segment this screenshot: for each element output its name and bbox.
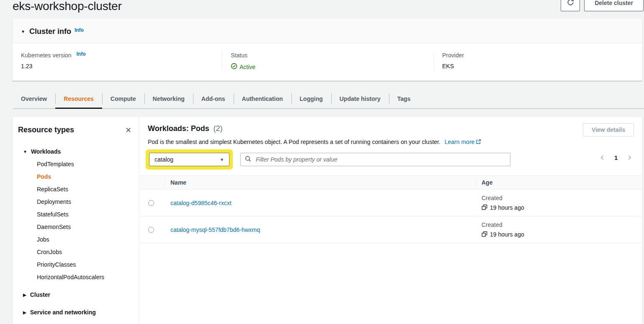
- row-radio-button[interactable]: [148, 227, 154, 233]
- pods-panel: Workloads: Pods (2) View details Pod is …: [139, 117, 642, 324]
- sidebar-title: Resource types: [18, 126, 74, 134]
- page-header: eks-workshop-cluster Delete cluster: [13, 0, 644, 13]
- external-link-icon: [476, 139, 481, 146]
- provider-field: Provider EKS: [433, 52, 642, 71]
- caret-right-icon: ▶: [23, 310, 26, 315]
- sidebar-item-horizontalpodautoscalers[interactable]: HorizontalPodAutoscalers: [37, 271, 134, 283]
- resource-types-sidebar: Resource types ✕ ▼ Workloads PodTemplate…: [13, 117, 139, 324]
- pods-table: Name Age catalog-d5985c46-rxcxt Created …: [139, 175, 642, 243]
- caret-right-icon: ▶: [23, 293, 26, 297]
- refresh-icon: [567, 0, 574, 8]
- status-value: Active: [231, 63, 425, 71]
- tab-authentication[interactable]: Authentication: [234, 89, 291, 108]
- cluster-tabs: Overview Resources Compute Networking Ad…: [13, 89, 644, 109]
- tree-section-cluster[interactable]: ▶ Cluster: [23, 288, 134, 301]
- namespace-filter-dropdown[interactable]: catalog ▼: [149, 153, 229, 166]
- table-row: catalog-d5985c46-rxcxt Created 19 hours …: [139, 190, 642, 216]
- kubernetes-version-value: 1.23: [21, 63, 214, 69]
- age-cell: Created 19 hours ago: [482, 195, 642, 211]
- tab-compute[interactable]: Compute: [102, 89, 144, 108]
- pods-search: [240, 153, 510, 166]
- workloads-items: PodTemplates Pods ReplicaSets Deployment…: [37, 158, 134, 283]
- pods-count: (2): [214, 124, 223, 133]
- chevron-down-icon: ▼: [220, 157, 224, 162]
- pods-description: Pod is the smallest and simplest Kuberne…: [148, 139, 634, 145]
- filter-controls: catalog ▼ 1: [148, 151, 634, 168]
- sidebar-item-pods[interactable]: Pods: [37, 170, 134, 183]
- delete-cluster-button[interactable]: Delete cluster: [584, 0, 644, 11]
- name-column-header: Name: [170, 179, 482, 186]
- pods-title: Workloads: Pods: [148, 124, 209, 133]
- dropdown-value: catalog: [155, 156, 173, 163]
- annotation-highlight: catalog ▼: [149, 153, 229, 166]
- kubernetes-version-field: Kubernetes version Info 1.23: [13, 52, 222, 71]
- tree-section-workloads[interactable]: ▼ Workloads: [23, 145, 134, 158]
- cluster-info-panel: ▼ Cluster info Info Kubernetes version I…: [13, 19, 642, 81]
- copy-icon[interactable]: [482, 231, 487, 238]
- copy-icon[interactable]: [482, 204, 487, 211]
- tab-tags[interactable]: Tags: [389, 89, 419, 108]
- status-text: Active: [240, 64, 255, 70]
- sidebar-item-daemonsets[interactable]: DaemonSets: [37, 221, 134, 233]
- sidebar-item-deployments[interactable]: Deployments: [37, 195, 134, 208]
- sidebar-header: Resource types ✕: [18, 126, 134, 134]
- status-field: Status Active: [222, 52, 433, 71]
- close-icon[interactable]: ✕: [123, 126, 134, 134]
- cluster-info-header[interactable]: ▼ Cluster info Info: [13, 19, 642, 44]
- sidebar-item-replicasets[interactable]: ReplicaSets: [37, 183, 134, 195]
- cluster-info-body: Kubernetes version Info 1.23 Status Acti…: [13, 44, 642, 81]
- pagination: 1: [598, 153, 634, 162]
- pod-name-link[interactable]: catalog-d5985c46-rxcxt: [170, 200, 232, 206]
- sidebar-item-jobs[interactable]: Jobs: [37, 233, 134, 246]
- resource-tree: ▼ Workloads PodTemplates Pods ReplicaSet…: [18, 145, 134, 319]
- tab-update-history[interactable]: Update history: [331, 89, 389, 108]
- pod-name-link[interactable]: catalog-mysql-557fdb7bd6-hwxmq: [170, 226, 260, 233]
- pods-panel-header: Workloads: Pods (2) View details Pod is …: [139, 117, 642, 168]
- resources-content: Resource types ✕ ▼ Workloads PodTemplate…: [13, 117, 642, 324]
- row-radio-button[interactable]: [148, 200, 154, 206]
- age-column-header: Age: [482, 179, 642, 186]
- search-input[interactable]: [255, 156, 506, 163]
- cluster-info-title: Cluster info: [29, 27, 71, 36]
- search-icon: [245, 156, 251, 163]
- header-actions: Delete cluster: [561, 0, 644, 11]
- tree-section-service-and-networking[interactable]: ▶ Service and networking: [23, 306, 134, 319]
- provider-label: Provider: [442, 52, 634, 59]
- status-active-icon: [231, 63, 237, 71]
- status-label: Status: [231, 52, 425, 59]
- provider-value: EKS: [442, 63, 634, 69]
- learn-more-link[interactable]: Learn more: [445, 139, 482, 145]
- tab-networking[interactable]: Networking: [144, 89, 193, 108]
- page-title: eks-workshop-cluster: [13, 0, 644, 13]
- tab-logging[interactable]: Logging: [291, 89, 331, 108]
- tab-overview[interactable]: Overview: [13, 89, 55, 108]
- tab-resources[interactable]: Resources: [55, 89, 102, 108]
- kubernetes-version-info-link[interactable]: Info: [77, 51, 86, 57]
- tab-add-ons[interactable]: Add-ons: [193, 89, 234, 108]
- table-header-row: Name Age: [139, 175, 642, 190]
- caret-down-icon: ▼: [23, 149, 27, 154]
- sidebar-item-priorityclasses[interactable]: PriorityClasses: [37, 258, 134, 271]
- view-details-button[interactable]: View details: [583, 123, 634, 136]
- table-row: catalog-mysql-557fdb7bd6-hwxmq Created 1…: [139, 216, 642, 243]
- previous-page-button[interactable]: [598, 153, 607, 162]
- cluster-info-info-link[interactable]: Info: [75, 27, 84, 33]
- caret-down-icon[interactable]: ▼: [21, 29, 25, 34]
- sidebar-item-statefulsets[interactable]: StatefulSets: [37, 208, 134, 221]
- refresh-button[interactable]: [561, 0, 580, 11]
- sidebar-item-podtemplates[interactable]: PodTemplates: [37, 158, 134, 170]
- current-page[interactable]: 1: [612, 154, 620, 161]
- next-page-button[interactable]: [625, 153, 634, 162]
- age-cell: Created 19 hours ago: [482, 221, 642, 238]
- kubernetes-version-label: Kubernetes version Info: [21, 52, 214, 59]
- sidebar-item-cronjobs[interactable]: CronJobs: [37, 246, 134, 258]
